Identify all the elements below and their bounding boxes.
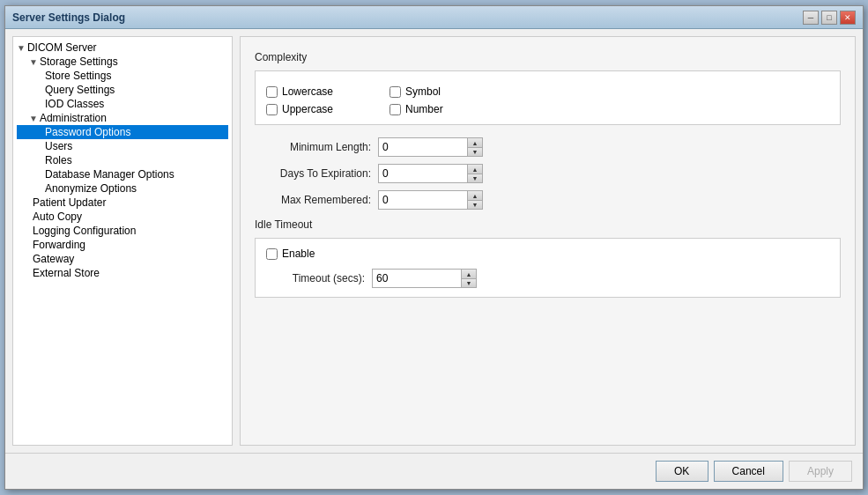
tree-item-database-manager-options[interactable]: Database Manager Options xyxy=(17,167,228,181)
tree-item-roles[interactable]: Roles xyxy=(17,153,228,167)
timeout-secs-down-button[interactable]: ▼ xyxy=(462,278,476,287)
tree-item-dicom-server[interactable]: ▼DICOM Server xyxy=(17,41,228,55)
enable-label: Enable xyxy=(282,248,315,260)
tree-label-password-options: Password Options xyxy=(45,126,130,138)
tree-item-anonymize-options[interactable]: Anonymize Options xyxy=(17,181,228,196)
min-length-up-button[interactable]: ▲ xyxy=(468,138,482,147)
max-remembered-row: Max Remembered: ▲ ▼ xyxy=(255,190,841,210)
tree-label-users: Users xyxy=(45,140,72,152)
tree-item-forwarding[interactable]: Forwarding xyxy=(17,238,228,252)
tree-icon-administration: ▼ xyxy=(29,114,38,123)
timeout-secs-label: Timeout (secs): xyxy=(266,272,372,284)
lowercase-row: Lowercase xyxy=(266,85,372,98)
max-remembered-spinbox: ▲ ▼ xyxy=(378,190,483,210)
min-length-label: Minimum Length: xyxy=(255,141,378,153)
tree-label-patient-updater: Patient Updater xyxy=(33,196,106,209)
days-expiration-up-button[interactable]: ▲ xyxy=(468,165,482,174)
lowercase-label: Lowercase xyxy=(282,85,333,98)
days-expiration-down-button[interactable]: ▼ xyxy=(468,174,482,182)
min-length-down-button[interactable]: ▼ xyxy=(468,147,482,156)
tree-item-iod-classes[interactable]: IOD Classes xyxy=(17,97,228,111)
number-row: Number xyxy=(389,103,495,115)
tree-item-external-store[interactable]: External Store xyxy=(17,266,228,280)
complexity-grid: Lowercase Symbol Uppercase Number xyxy=(266,85,829,115)
symbol-checkbox[interactable] xyxy=(389,86,401,98)
title-bar: Server Settings Dialog ─ □ ✕ xyxy=(5,6,863,29)
symbol-row: Symbol xyxy=(389,85,495,98)
min-length-spin-buttons: ▲ ▼ xyxy=(467,138,482,156)
tree-label-iod-classes: IOD Classes xyxy=(45,98,104,110)
tree-label-auto-copy: Auto Copy xyxy=(33,211,82,223)
complexity-box: Lowercase Symbol Uppercase Number xyxy=(255,70,841,125)
min-length-spinbox: ▲ ▼ xyxy=(378,137,483,157)
tree-item-auto-copy[interactable]: Auto Copy xyxy=(17,210,228,224)
max-remembered-label: Max Remembered: xyxy=(255,194,378,206)
content-panel: Complexity Lowercase Symbol Uppercase xyxy=(240,36,856,446)
timeout-secs-input[interactable] xyxy=(373,270,461,287)
timeout-secs-row: Timeout (secs): ▲ ▼ xyxy=(266,269,829,288)
uppercase-row: Uppercase xyxy=(266,103,372,115)
tree-label-dicom-server: DICOM Server xyxy=(27,41,97,54)
lowercase-checkbox[interactable] xyxy=(266,86,278,98)
timeout-secs-spinbox: ▲ ▼ xyxy=(372,269,477,288)
max-remembered-input[interactable] xyxy=(379,191,467,209)
close-button[interactable]: ✕ xyxy=(840,11,856,25)
dialog-body: ▼DICOM Server▼Storage SettingsStore Sett… xyxy=(5,29,863,453)
uppercase-checkbox[interactable] xyxy=(266,104,278,115)
uppercase-label: Uppercase xyxy=(282,103,333,115)
idle-timeout-section-label: Idle Timeout xyxy=(255,218,841,231)
days-expiration-input[interactable] xyxy=(379,165,467,182)
tree-label-store-settings: Store Settings xyxy=(45,70,111,82)
min-length-row: Minimum Length: ▲ ▼ xyxy=(255,137,841,157)
complexity-section-label: Complexity xyxy=(255,51,841,63)
tree-label-database-manager-options: Database Manager Options xyxy=(45,168,174,181)
days-expiration-row: Days To Expiration: ▲ ▼ xyxy=(255,164,841,183)
tree-icon-storage-settings: ▼ xyxy=(29,57,38,67)
tree-label-forwarding: Forwarding xyxy=(33,239,85,251)
tree-item-administration[interactable]: ▼Administration xyxy=(17,111,228,125)
max-remembered-up-button[interactable]: ▲ xyxy=(468,191,482,200)
days-expiration-spinbox: ▲ ▼ xyxy=(378,164,483,183)
min-length-input[interactable] xyxy=(379,138,467,156)
tree-label-external-store: External Store xyxy=(33,267,100,279)
days-expiration-label: Days To Expiration: xyxy=(255,167,378,180)
window-controls: ─ □ ✕ xyxy=(803,11,856,25)
idle-timeout-box: Enable Timeout (secs): ▲ ▼ xyxy=(255,238,841,298)
tree-item-patient-updater[interactable]: Patient Updater xyxy=(17,196,228,210)
apply-button[interactable]: Apply xyxy=(789,461,852,482)
tree-item-store-settings[interactable]: Store Settings xyxy=(17,69,228,83)
ok-button[interactable]: OK xyxy=(656,461,708,482)
tree-icon-dicom-server: ▼ xyxy=(17,43,26,53)
bottom-bar: OK Cancel Apply xyxy=(5,453,863,489)
max-remembered-down-button[interactable]: ▼ xyxy=(468,200,482,209)
symbol-label: Symbol xyxy=(405,85,441,98)
tree-label-storage-settings: Storage Settings xyxy=(40,55,118,68)
timeout-secs-spin-buttons: ▲ ▼ xyxy=(461,270,476,287)
days-expiration-spin-buttons: ▲ ▼ xyxy=(467,165,482,182)
cancel-button[interactable]: Cancel xyxy=(714,461,783,482)
tree-label-administration: Administration xyxy=(40,112,107,124)
tree-label-anonymize-options: Anonymize Options xyxy=(45,182,137,195)
tree-label-query-settings: Query Settings xyxy=(45,84,115,96)
number-checkbox[interactable] xyxy=(389,104,401,115)
enable-checkbox[interactable] xyxy=(266,248,278,260)
max-remembered-spin-buttons: ▲ ▼ xyxy=(467,191,482,209)
tree-item-users[interactable]: Users xyxy=(17,139,228,153)
maximize-button[interactable]: □ xyxy=(821,11,837,25)
tree-label-logging-configuration: Logging Configuration xyxy=(33,225,136,237)
server-settings-dialog: Server Settings Dialog ─ □ ✕ ▼DICOM Serv… xyxy=(4,5,864,490)
tree-item-gateway[interactable]: Gateway xyxy=(17,252,228,266)
minimize-button[interactable]: ─ xyxy=(803,11,819,25)
tree-item-password-options[interactable]: Password Options xyxy=(17,125,228,139)
tree-item-logging-configuration[interactable]: Logging Configuration xyxy=(17,224,228,238)
dialog-title: Server Settings Dialog xyxy=(12,11,125,24)
tree-label-gateway: Gateway xyxy=(33,253,74,265)
tree-item-query-settings[interactable]: Query Settings xyxy=(17,83,228,97)
tree-panel: ▼DICOM Server▼Storage SettingsStore Sett… xyxy=(12,36,233,446)
tree-item-storage-settings[interactable]: ▼Storage Settings xyxy=(17,55,228,69)
timeout-secs-up-button[interactable]: ▲ xyxy=(462,270,476,278)
enable-row: Enable xyxy=(266,248,829,260)
number-label: Number xyxy=(405,103,443,115)
tree-label-roles: Roles xyxy=(45,154,72,166)
